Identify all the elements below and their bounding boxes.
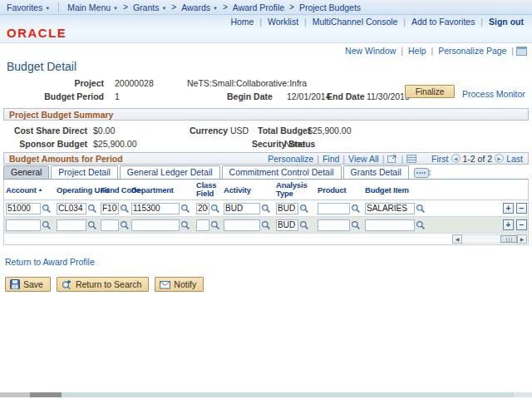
breadcrumb-main-menu[interactable]: Main Menu ▼ xyxy=(67,2,118,12)
multichannel-console-link[interactable]: MultiChannel Console xyxy=(313,17,398,27)
column-header-budget-item[interactable]: Budget Item xyxy=(363,185,430,195)
lookup-icon[interactable] xyxy=(87,220,97,230)
activity-input[interactable] xyxy=(224,219,260,231)
lookup-icon[interactable] xyxy=(210,220,220,230)
pager-next-icon[interactable]: ▶ xyxy=(495,154,504,163)
add-row-button[interactable]: + xyxy=(503,203,514,214)
breadcrumb-item-project-budgets[interactable]: Project Budgets xyxy=(299,2,361,12)
column-header-product[interactable]: Product xyxy=(316,185,363,195)
tab-general[interactable]: General xyxy=(3,165,49,179)
favorites-menu[interactable]: Favorites xyxy=(7,2,42,12)
personalize-page-link[interactable]: Personalize Page xyxy=(438,46,506,56)
breadcrumb-item-awards[interactable]: Awards ▼ xyxy=(181,2,218,12)
lookup-icon[interactable] xyxy=(299,204,309,214)
pager-last-link[interactable]: Last xyxy=(506,154,523,164)
lookup-icon[interactable] xyxy=(416,220,426,230)
operating-unit-input[interactable] xyxy=(57,203,86,214)
delete-row-button[interactable]: − xyxy=(516,203,527,214)
lookup-icon[interactable] xyxy=(180,204,190,214)
product-input[interactable] xyxy=(318,203,350,214)
help-link[interactable]: Help xyxy=(408,46,426,56)
chevron-down-icon: ▼ xyxy=(113,6,118,11)
new-window-icon[interactable] xyxy=(516,47,527,56)
tab-grants-detail[interactable]: Grants Detail xyxy=(343,165,409,179)
return-to-search-button[interactable]: Return to Search xyxy=(57,277,149,292)
show-all-columns-icon[interactable] xyxy=(414,168,431,178)
department-input[interactable] xyxy=(131,219,180,231)
view-all-link[interactable]: View All xyxy=(348,154,379,164)
product-input[interactable] xyxy=(318,219,350,231)
save-button[interactable]: Save xyxy=(5,277,51,292)
sign-out-link[interactable]: Sign out xyxy=(489,17,524,27)
finalize-button[interactable]: Finalize xyxy=(405,85,455,98)
lookup-icon[interactable] xyxy=(42,220,52,230)
lookup-icon[interactable] xyxy=(261,220,271,230)
home-link[interactable]: Home xyxy=(230,17,254,27)
window-horizontal-scrollbar[interactable] xyxy=(0,392,532,397)
breadcrumb-item-award-profile[interactable]: Award Profile xyxy=(233,2,284,12)
notify-button[interactable]: Notify xyxy=(155,277,204,292)
class-field-input[interactable] xyxy=(196,203,209,214)
scrollbar-thumb[interactable] xyxy=(500,235,517,243)
download-icon[interactable] xyxy=(406,155,416,163)
worklist-link[interactable]: Worklist xyxy=(268,17,298,27)
new-window-link[interactable]: New Window xyxy=(345,46,396,56)
account-input[interactable] xyxy=(6,203,41,214)
analysis-type-input[interactable] xyxy=(276,203,298,214)
lookup-icon[interactable] xyxy=(351,204,361,214)
return-to-award-profile-link[interactable]: Return to Award Profile xyxy=(5,257,95,267)
project-label: Project xyxy=(0,78,104,88)
scroll-left-icon[interactable]: ◀ xyxy=(452,234,462,244)
pager-previous-icon[interactable]: ◀ xyxy=(451,154,461,163)
add-row-button[interactable]: + xyxy=(503,219,514,230)
breadcrumb-link[interactable]: Project Budgets xyxy=(299,2,361,12)
pager-first-link[interactable]: First xyxy=(431,154,448,164)
column-header-department[interactable]: Department xyxy=(130,185,195,195)
operating-unit-input[interactable] xyxy=(57,219,86,231)
scroll-right-icon[interactable]: ▶ xyxy=(517,234,527,244)
lookup-icon[interactable] xyxy=(299,220,309,230)
scrollbar-thumb[interactable] xyxy=(30,392,62,397)
lookup-icon[interactable] xyxy=(120,204,130,214)
account-input[interactable] xyxy=(6,219,41,231)
process-monitor-link[interactable]: Process Monitor xyxy=(462,89,525,99)
end-date-value: 11/30/2015 xyxy=(367,91,410,101)
tab-project-detail[interactable]: Project Detail xyxy=(51,165,117,179)
lookup-icon[interactable] xyxy=(120,220,130,230)
fund-code-input[interactable] xyxy=(101,203,119,214)
find-link[interactable]: Find xyxy=(323,154,339,164)
column-header-operating-unit[interactable]: Operating Unit xyxy=(55,185,99,195)
column-header-account[interactable]: Account▲ xyxy=(4,185,55,195)
breadcrumb-link[interactable]: Award Profile xyxy=(233,2,284,12)
analysis-type-input[interactable] xyxy=(276,219,298,231)
activity-input[interactable] xyxy=(224,203,260,214)
breadcrumb-item-grants[interactable]: Grants ▼ xyxy=(133,2,166,12)
column-header-analysis-type[interactable]: Analysis Type xyxy=(274,181,316,198)
tab-commitment-control-detail[interactable]: Commitment Control Detail xyxy=(222,165,342,179)
lookup-icon[interactable] xyxy=(87,204,97,214)
main-menu[interactable]: Main Menu xyxy=(67,2,111,12)
class-field-input[interactable] xyxy=(196,219,209,231)
lookup-icon[interactable] xyxy=(261,204,271,214)
personalize-link[interactable]: Personalize xyxy=(268,154,313,164)
lookup-icon[interactable] xyxy=(180,220,190,230)
column-header-activity[interactable]: Activity xyxy=(222,185,274,195)
lookup-icon[interactable] xyxy=(416,204,426,214)
add-to-favorites-link[interactable]: Add to Favorites xyxy=(411,17,475,27)
fund-code-input[interactable] xyxy=(101,219,119,231)
delete-row-button[interactable]: − xyxy=(516,219,527,230)
popout-icon[interactable] xyxy=(387,155,397,163)
budget-item-input[interactable] xyxy=(365,203,415,214)
lookup-icon[interactable] xyxy=(210,204,220,214)
lookup-icon[interactable] xyxy=(42,204,52,214)
column-header-fund-code[interactable]: Fund Code xyxy=(99,185,130,195)
column-header-class-field[interactable]: Class Field xyxy=(195,181,222,198)
breadcrumb-link[interactable]: Grants xyxy=(133,2,160,12)
scrollbar-track[interactable] xyxy=(462,234,517,244)
breadcrumb-favorites[interactable]: Favorites ▼ xyxy=(7,2,50,12)
lookup-icon[interactable] xyxy=(351,220,361,230)
breadcrumb-link[interactable]: Awards xyxy=(181,2,210,12)
tab-general-ledger-detail[interactable]: General Ledger Detail xyxy=(120,165,220,179)
budget-item-input[interactable] xyxy=(365,219,415,231)
department-input[interactable] xyxy=(131,203,180,214)
